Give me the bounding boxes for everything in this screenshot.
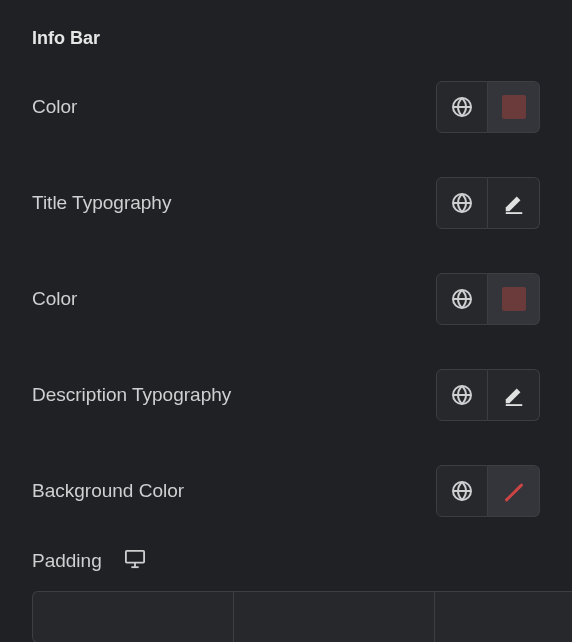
color-swatch — [502, 95, 526, 119]
pencil-icon — [503, 192, 525, 214]
globe-icon — [450, 479, 474, 503]
pencil-icon — [503, 384, 525, 406]
padding-top-input[interactable] — [32, 591, 233, 642]
padding-bottom-input[interactable] — [434, 591, 572, 642]
padding-right-input[interactable] — [233, 591, 434, 642]
monitor-icon — [124, 549, 146, 569]
description-typography-label: Description Typography — [32, 384, 231, 406]
color-swatch-button[interactable] — [488, 81, 540, 133]
globe-button[interactable] — [436, 465, 488, 517]
row-title-typography: Title Typography — [32, 177, 540, 229]
edit-typography-button[interactable] — [488, 369, 540, 421]
row-color: Color — [32, 81, 540, 133]
globe-icon — [450, 191, 474, 215]
color-controls — [436, 81, 540, 133]
svg-rect-12 — [126, 551, 144, 563]
color-swatch-button-2[interactable] — [488, 273, 540, 325]
title-typography-controls — [436, 177, 540, 229]
background-color-label: Background Color — [32, 480, 184, 502]
color-swatch-2 — [502, 287, 526, 311]
background-color-controls — [436, 465, 540, 517]
no-color-icon — [500, 477, 528, 505]
background-color-swatch-button[interactable] — [488, 465, 540, 517]
row-color-2: Color — [32, 273, 540, 325]
globe-icon — [450, 287, 474, 311]
title-typography-label: Title Typography — [32, 192, 171, 214]
color-label: Color — [32, 96, 77, 118]
padding-header: Padding — [32, 549, 540, 573]
globe-button[interactable] — [436, 369, 488, 421]
globe-icon — [450, 95, 474, 119]
globe-button[interactable] — [436, 273, 488, 325]
globe-button[interactable] — [436, 177, 488, 229]
description-typography-controls — [436, 369, 540, 421]
padding-inputs — [32, 591, 540, 642]
globe-button[interactable] — [436, 81, 488, 133]
svg-rect-9 — [505, 404, 522, 406]
section-title: Info Bar — [32, 28, 540, 49]
color-label-2: Color — [32, 288, 77, 310]
edit-typography-button[interactable] — [488, 177, 540, 229]
row-background-color: Background Color — [32, 465, 540, 517]
padding-label: Padding — [32, 550, 102, 572]
svg-rect-4 — [505, 212, 522, 214]
responsive-device-button[interactable] — [124, 549, 146, 573]
row-description-typography: Description Typography — [32, 369, 540, 421]
globe-icon — [450, 383, 474, 407]
color-controls-2 — [436, 273, 540, 325]
